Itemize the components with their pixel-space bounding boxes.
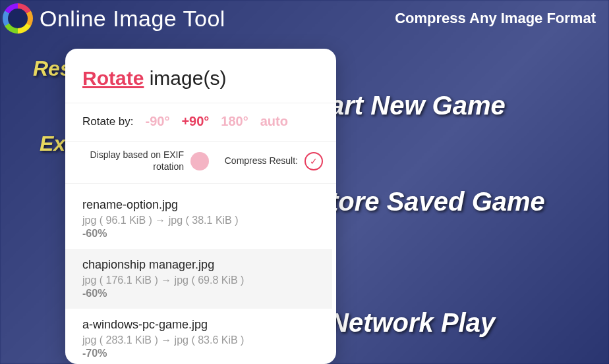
- options-row: Display based on EXIF rotation Compress …: [65, 142, 336, 183]
- bg-text-start: art New Game: [330, 91, 506, 120]
- site-title: Online Image Tool: [40, 6, 225, 32]
- divider: [65, 183, 336, 184]
- file-percent: -70%: [82, 348, 315, 359]
- card-title: Rotate image(s): [65, 49, 336, 103]
- header: Online Image Tool Compress Any Image For…: [0, 0, 609, 37]
- logo-wrap[interactable]: Online Image Tool: [3, 3, 225, 34]
- exif-label: Display based on EXIF rotation: [78, 149, 184, 172]
- file-info: jpg ( 283.1 KiB ) → jpg ( 83.6 KiB ): [82, 334, 315, 346]
- bg-text-network: Network Play: [330, 308, 495, 338]
- rotate-option-2[interactable]: 180°: [221, 114, 248, 129]
- rotate-option-0[interactable]: -90°: [146, 114, 170, 129]
- file-list[interactable]: rename-option.jpgjpg ( 96.1 KiB ) → jpg …: [65, 189, 332, 360]
- check-icon: ✓: [310, 156, 318, 167]
- exif-toggle[interactable]: [190, 152, 209, 170]
- file-percent: -60%: [82, 288, 315, 299]
- rotate-options-row: Rotate by: -90°+90°180°auto: [65, 103, 336, 141]
- file-name: chapionship manager.jpg: [82, 258, 315, 272]
- file-item[interactable]: a-windows-pc-game.jpgjpg ( 283.1 KiB ) →…: [65, 309, 332, 360]
- compress-result-toggle[interactable]: ✓: [304, 152, 323, 170]
- rotate-option-3[interactable]: auto: [260, 114, 288, 129]
- file-percent: -60%: [82, 228, 315, 240]
- file-name: rename-option.jpg: [82, 198, 315, 212]
- bg-text-restore2: tore Saved Game: [330, 187, 545, 217]
- rotate-by-label: Rotate by:: [82, 115, 134, 128]
- card-title-rest: image(s): [144, 67, 226, 89]
- file-name: a-windows-pc-game.jpg: [82, 318, 315, 332]
- file-item[interactable]: chapionship manager.jpgjpg ( 176.1 KiB )…: [65, 249, 332, 309]
- rotate-option-1[interactable]: +90°: [181, 114, 209, 129]
- rotate-card: Rotate image(s) Rotate by: -90°+90°180°a…: [65, 49, 336, 364]
- logo-icon: [3, 3, 33, 34]
- file-info: jpg ( 176.1 KiB ) → jpg ( 69.8 KiB ): [82, 274, 315, 286]
- compress-result-label: Compress Result:: [225, 155, 298, 167]
- file-info: jpg ( 96.1 KiB ) → jpg ( 38.1 KiB ): [82, 215, 315, 226]
- card-title-accent[interactable]: Rotate: [82, 67, 144, 89]
- header-subtitle[interactable]: Compress Any Image Format: [395, 10, 596, 27]
- file-item[interactable]: rename-option.jpgjpg ( 96.1 KiB ) → jpg …: [65, 189, 332, 249]
